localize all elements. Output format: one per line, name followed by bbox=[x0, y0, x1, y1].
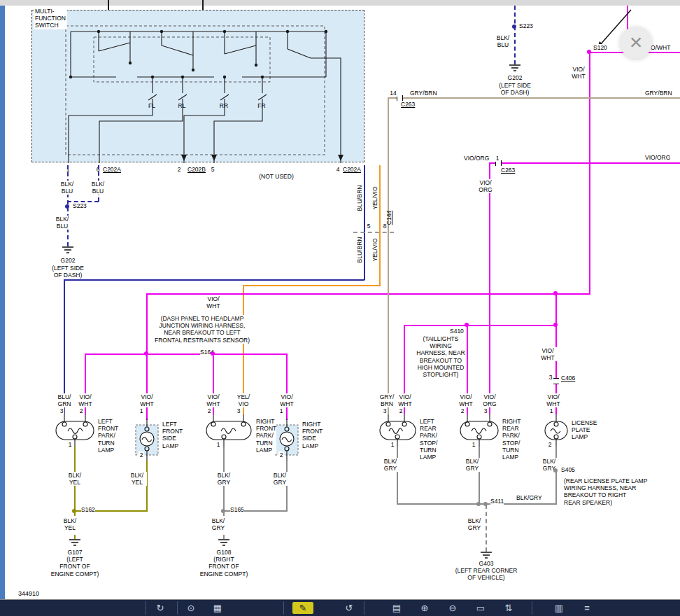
wire-label-viowht-front: VIO/ WHT bbox=[203, 295, 224, 309]
wire-label-blkblu: BLK/ BLU bbox=[58, 181, 76, 195]
lamp-pin: 1 bbox=[390, 441, 395, 448]
splice-label-s162: S162 bbox=[81, 506, 95, 513]
lamp-name-left-rear: LEFT REAR PARK/ STOP/ TURN LAMP bbox=[420, 418, 437, 461]
lamp-pin: 1 bbox=[471, 441, 476, 448]
switch-top-stub bbox=[108, 0, 109, 10]
junction-dot bbox=[476, 502, 481, 506]
multi-function-switch-box bbox=[31, 10, 364, 162]
lamp-pin: 3 bbox=[483, 407, 488, 414]
ground-label-g202-right: G202 bbox=[501, 74, 529, 81]
toolbar-separator bbox=[177, 601, 178, 615]
wire-label-yelvio: YEL/VIO bbox=[371, 183, 378, 214]
ground-label-g403: G403 (LEFT REAR CORNER OF VEHICLE) bbox=[448, 560, 525, 582]
wire-label-blkyel: BLK/ YEL bbox=[60, 517, 80, 531]
ground-symbol-g202-left bbox=[60, 246, 76, 256]
splice-dot-s223-left bbox=[65, 204, 69, 209]
wire-label-yelvio: YEL/VIO bbox=[371, 234, 378, 265]
pin-14: 14 bbox=[389, 90, 397, 97]
crop-icon[interactable]: ▦ bbox=[210, 602, 225, 614]
zoom-in-icon[interactable]: ⊕ bbox=[417, 602, 432, 614]
connector-c263-a: C263 bbox=[401, 101, 415, 108]
wire-blkgry-lr bbox=[397, 447, 398, 505]
menu-icon[interactable]: ≡ bbox=[579, 602, 595, 614]
lamp-right-front-park-turn bbox=[204, 414, 253, 447]
pin-5-c144: 5 bbox=[366, 223, 371, 230]
wire-grybrn-h-b bbox=[403, 97, 680, 99]
splice-dot-s405 bbox=[553, 468, 558, 472]
wire-label-vioorg: VIO/ ORG bbox=[481, 393, 499, 407]
lamp-pin: 2 bbox=[206, 407, 212, 414]
window-left-strip bbox=[0, 6, 5, 600]
wire-vioorg-v bbox=[489, 162, 490, 414]
wire-label-yelvio: YEL/ VIO bbox=[234, 393, 253, 407]
wire-viowht-front-bus bbox=[85, 354, 288, 355]
wire-label-blkgry: BLK/ GRY bbox=[270, 472, 290, 486]
wire-label-viowht: VIO/ WHT bbox=[76, 393, 95, 407]
lamp-pin: 2 bbox=[547, 441, 553, 448]
splice-label-s405: S405 bbox=[561, 466, 575, 473]
ground-label-g108: G108 (RIGHT FRONT OF ENGINE COMPT) bbox=[189, 549, 259, 578]
splice-label-s410: S410 bbox=[450, 328, 464, 335]
lamp-pin: 1 bbox=[139, 407, 144, 414]
lamp-name-right-rear: RIGHT REAR PARK/ STOP/ TURN LAMP bbox=[502, 418, 520, 461]
pin-3-c406: 3 bbox=[548, 374, 553, 381]
lamp-name-left-front-side: LEFT FRONT SIDE LAMP bbox=[162, 421, 183, 449]
splice-dot-s120 bbox=[587, 50, 591, 54]
splice-dot-s162 bbox=[72, 509, 76, 513]
lamp-pin: 2 bbox=[460, 407, 465, 414]
target-icon[interactable]: ⊙ bbox=[183, 602, 199, 614]
zoom-out-icon[interactable]: ⊖ bbox=[445, 602, 460, 614]
wire-viowht-s164-drop bbox=[146, 293, 148, 355]
lamp-pin: 1 bbox=[278, 407, 284, 414]
note-dash-panel: (DASH PANEL TO HEADLAMP JUNCTION WIRING … bbox=[150, 315, 255, 344]
refresh-icon[interactable]: ↻ bbox=[153, 602, 168, 614]
wire-label-blkyel: BLK/ YEL bbox=[127, 472, 147, 486]
scroll-icon[interactable]: ⇅ bbox=[501, 602, 516, 614]
splice-label-s411: S411 bbox=[490, 498, 504, 505]
wire-label-blkblu: BLK/ BLU bbox=[89, 181, 107, 195]
switch-top-stub bbox=[202, 0, 204, 10]
splice-dot-s164 bbox=[144, 351, 148, 356]
wire-viowht-main-h bbox=[146, 293, 590, 295]
ground-location-g202: (LEFT SIDE OF DASH) bbox=[47, 265, 89, 279]
wire-label-blkgry: BLK/ GRY bbox=[208, 517, 228, 531]
wire-label-grybrn: GRY/ BRN bbox=[378, 393, 396, 407]
highlight-icon[interactable]: ✎ bbox=[292, 602, 313, 614]
contact-label-fl: FL bbox=[145, 102, 159, 109]
switch-contact-network bbox=[32, 10, 365, 163]
wire-blkgry-lic bbox=[555, 447, 557, 505]
ground-label-g202: G202 bbox=[54, 257, 82, 264]
lamp-left-rear-park-stop-turn bbox=[378, 414, 417, 447]
wire-label-blkgry: BLK/ GRY bbox=[381, 458, 400, 472]
wire-blkgry-rfside bbox=[286, 461, 288, 512]
wire-yelvio-v1 bbox=[379, 165, 381, 286]
contact-label-fr: FR bbox=[255, 102, 269, 109]
splice-label-s223-right: S223 bbox=[519, 22, 533, 29]
close-button[interactable]: × bbox=[620, 27, 652, 59]
pages-icon[interactable]: ▥ bbox=[551, 602, 567, 614]
wire-yelvio-h bbox=[243, 285, 381, 286]
print-icon[interactable]: ▤ bbox=[389, 602, 404, 614]
splice-dot-s410 bbox=[465, 323, 469, 327]
lamp-pin: 3 bbox=[236, 407, 241, 414]
wire-label-viowht: VIO/ WHT bbox=[569, 66, 588, 80]
contact-label-rl: RL bbox=[175, 102, 189, 109]
connector-c263-tick bbox=[501, 160, 502, 166]
wire-blkblu-right bbox=[514, 6, 516, 64]
wire-vioorg-h-b bbox=[502, 162, 680, 164]
wire-viowht-rfside bbox=[286, 354, 288, 420]
lamp-name-license-plate: LICENSE PLATE LAMP bbox=[572, 419, 597, 441]
wire-label-vioorg: VIO/ORG bbox=[464, 155, 489, 162]
lamp-left-front-park-turn bbox=[54, 414, 96, 447]
splice-dot-s165 bbox=[221, 509, 225, 513]
connector-c202a: C202A bbox=[103, 166, 121, 173]
fit-page-icon[interactable]: ▭ bbox=[473, 602, 488, 614]
rotate-icon[interactable]: ↺ bbox=[341, 602, 357, 614]
wire-label-blkblu: BLK/ BLU bbox=[494, 34, 512, 48]
wire-blkyel-lfside bbox=[146, 461, 148, 512]
pin-4: 4 bbox=[334, 166, 341, 173]
wire-label-blkyel: BLK/ YEL bbox=[65, 472, 85, 486]
splice-dot-s411 bbox=[483, 502, 488, 506]
wire-label-blkgry-h: BLK/GRY bbox=[516, 494, 542, 501]
junction-dot bbox=[553, 291, 558, 295]
